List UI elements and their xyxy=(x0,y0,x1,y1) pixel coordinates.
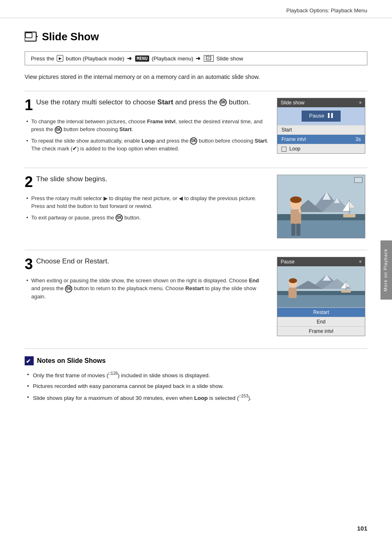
step-3-bullets: When exiting or pausing the slide show, … xyxy=(25,277,269,301)
notes-item-2: Pictures recorded with easy panorama can… xyxy=(25,382,367,391)
step-3-left: 3 Choose End or Restart. When exiting or… xyxy=(25,257,269,336)
step-3-camera-ui: Pause ≡ xyxy=(277,257,365,336)
step-1-bullet-2: To repeat the slide show automatically, … xyxy=(25,137,269,153)
ok-circle-loop: OK xyxy=(190,137,197,145)
notes-icon: ✔ xyxy=(25,356,34,365)
step-1-left: 1 Use the rotary multi selector to choos… xyxy=(25,98,269,156)
step-2-illustration xyxy=(277,175,365,238)
step-2-number: 2 xyxy=(25,175,33,189)
svg-text:✔: ✔ xyxy=(26,358,31,365)
step-3-cam-title: Pause xyxy=(281,259,295,265)
step-3-menu-framintvl-label: Frame intvl xyxy=(309,328,333,334)
ok-circle-3: OK xyxy=(65,285,72,293)
svg-point-16 xyxy=(290,196,302,203)
step-1-menu-start-label: Start xyxy=(281,127,292,133)
step-3-menu-end: End xyxy=(277,317,365,326)
step-2-section: 2 The slide show begins. Press the rotar… xyxy=(25,168,367,238)
svg-line-18 xyxy=(299,205,300,212)
nav-prefix: Press the xyxy=(31,55,54,62)
nav-arrow1: ➜ xyxy=(127,55,132,62)
page-title: Slide Show xyxy=(42,30,99,43)
main-content: Slide Show Press the button (Playback mo… xyxy=(0,18,392,421)
side-tab: More on Playback xyxy=(380,240,392,300)
step-2-bullet-1: Press the rotary multi selector ▶ to dis… xyxy=(25,194,269,210)
step-3-menu-restart-label: Restart xyxy=(313,309,329,315)
step-3-illustration xyxy=(277,266,365,307)
svg-rect-21 xyxy=(343,214,355,217)
step-2-camera-ui xyxy=(277,175,365,238)
notes-title-area: ✔ Notes on Slide Shows xyxy=(25,356,367,365)
notes-item-3: Slide shows play for a maximum of about … xyxy=(25,393,367,402)
svg-rect-34 xyxy=(288,288,297,298)
step-1-heading: 1 Use the rotary multi selector to choos… xyxy=(25,98,269,113)
step-1-menu-framintvl-label: Frame intvl xyxy=(281,136,306,142)
step-1-cam-icon: ≡ xyxy=(359,100,362,105)
ok-circle-1: OK xyxy=(219,99,227,106)
step-2-bullets: Press the rotary multi selector ▶ to dis… xyxy=(25,194,269,222)
step-3-menu-framintvl: Frame intvl xyxy=(277,326,365,336)
ref-126: □126 xyxy=(108,371,118,376)
step-1-number: 1 xyxy=(25,98,33,113)
step-3-cam-header: Pause ≡ xyxy=(277,257,365,266)
step-2-right xyxy=(277,175,367,238)
ref-153: □153 xyxy=(239,394,248,398)
step-1-cam-header: Slide show ≡ xyxy=(277,98,365,107)
step-3-heading: 3 Choose End or Restart. xyxy=(25,257,269,272)
nav-mode-text: button (Playback mode) xyxy=(66,55,125,62)
step-2-heading: 2 The slide show begins. xyxy=(25,175,269,189)
step-1-pause-btn: Pause xyxy=(302,111,341,122)
step-3-heading-text: Choose End or Restart. xyxy=(36,257,109,265)
title-area: Slide Show xyxy=(25,30,367,43)
slideshow-title-icon xyxy=(25,31,38,43)
svg-rect-35 xyxy=(341,290,351,293)
page-number: 101 xyxy=(357,525,367,532)
ok-circle-2: OK xyxy=(115,214,123,222)
step-1-bullets: To change the interval between pictures,… xyxy=(25,118,269,153)
svg-rect-5 xyxy=(328,113,330,118)
step-3-cam-icon: ≡ xyxy=(359,259,362,264)
step-1-menu-framintvl-value: 3s xyxy=(355,136,361,142)
step-1-right: Slide show ≡ Pause Start xyxy=(277,98,367,156)
nav-arrow2: ➜ xyxy=(196,55,201,62)
step-1-menu-loop-label: Loop xyxy=(281,146,300,152)
step-3-menu-restart: Restart xyxy=(277,307,365,317)
ok-circle-intvl: OK xyxy=(55,126,62,134)
step-3-right: Pause ≡ xyxy=(277,257,367,336)
step-3-cam-menu: Restart End Frame intvl xyxy=(277,307,365,336)
header-title: Playback Options: Playback Menu xyxy=(286,7,367,14)
step-2-bullet-2: To exit partway or pause, press the OK b… xyxy=(25,214,269,222)
notes-section: ✔ Notes on Slide Shows Only the first fr… xyxy=(25,348,367,402)
svg-rect-0 xyxy=(25,32,36,41)
step-1-pause-label: Pause xyxy=(309,113,324,119)
step-1-menu-loop: Loop xyxy=(277,144,365,153)
svg-rect-4 xyxy=(206,56,209,58)
svg-rect-20 xyxy=(296,224,300,236)
step-1-camera-ui: Slide show ≡ Pause Start xyxy=(277,98,365,154)
side-tab-text: More on Playback xyxy=(383,249,388,291)
intro-text: View pictures stored in the internal mem… xyxy=(25,73,367,82)
step-2-heading-text: The slide show begins. xyxy=(36,175,107,183)
svg-rect-19 xyxy=(291,224,295,236)
nav-suffix: Slide show xyxy=(216,55,243,62)
nav-menu-label: MENU xyxy=(135,55,150,62)
step-1-menu-framintvl: Frame intvl 3s xyxy=(277,134,365,144)
step-1-cam-menu: Start Frame intvl 3s Loop xyxy=(277,125,365,153)
step-1-bullet-1: To change the interval between pictures,… xyxy=(25,118,269,134)
step-3-section: 3 Choose End or Restart. When exiting or… xyxy=(25,250,367,336)
notes-item-1: Only the first frame of movies (□126) in… xyxy=(25,370,367,380)
nav-box: Press the button (Playback mode) ➜ MENU … xyxy=(25,51,367,65)
loop-checkbox xyxy=(281,147,286,152)
step-3-menu-end-label: End xyxy=(317,319,325,325)
step-1-cam-body: Pause xyxy=(277,107,365,125)
step-3-photo xyxy=(277,266,365,307)
nav-slide-icon xyxy=(204,55,214,62)
page-header: Playback Options: Playback Menu xyxy=(0,0,392,18)
step-2-cam-icon xyxy=(354,177,362,183)
step-1-cam-title: Slide show xyxy=(281,100,304,106)
step-3-number: 3 xyxy=(25,257,33,272)
nav-play-icon xyxy=(57,55,63,62)
step-3-bullet-1: When exiting or pausing the slide show, … xyxy=(25,277,269,301)
svg-rect-1 xyxy=(25,33,32,38)
nav-menu-desc: (Playback menu) xyxy=(152,55,193,62)
step-1-section: 1 Use the rotary multi selector to choos… xyxy=(25,91,367,156)
